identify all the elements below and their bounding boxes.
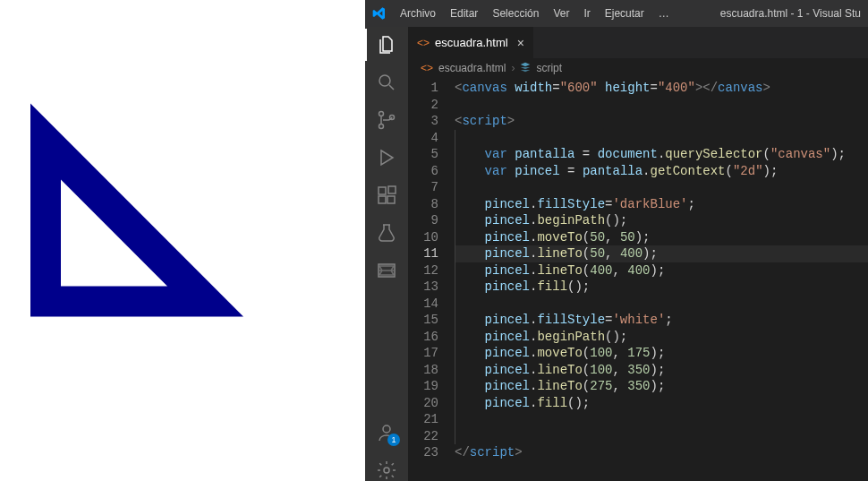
- menu-ver[interactable]: Ver: [547, 4, 575, 23]
- titlebar: Archivo Editar Selección Ver Ir Ejecutar…: [365, 0, 868, 27]
- menu-seleccion[interactable]: Selección: [486, 4, 545, 23]
- svg-rect-5: [379, 196, 386, 203]
- tab-bar: <> escuadra.html ×: [408, 27, 868, 58]
- svg-point-8: [383, 425, 390, 433]
- line-numbers: 1234567891011121314151617181920212223: [408, 78, 455, 481]
- tab-escuadra[interactable]: <> escuadra.html ×: [408, 27, 534, 58]
- remote-icon[interactable]: [376, 260, 397, 281]
- menu-ejecutar[interactable]: Ejecutar: [599, 4, 651, 23]
- menu-archivo[interactable]: Archivo: [394, 4, 442, 23]
- menu-ir[interactable]: Ir: [577, 4, 596, 23]
- svg-point-0: [379, 75, 390, 86]
- activity-bar: 1: [365, 27, 408, 481]
- svg-point-1: [379, 112, 384, 116]
- code-editor[interactable]: 1234567891011121314151617181920212223 <c…: [408, 78, 868, 481]
- breadcrumb-file[interactable]: escuadra.html: [438, 62, 506, 74]
- vscode-window: Archivo Editar Selección Ver Ir Ejecutar…: [365, 0, 868, 481]
- accounts-badge: 1: [387, 434, 400, 446]
- svg-rect-4: [379, 187, 386, 194]
- menu-editar[interactable]: Editar: [444, 4, 484, 23]
- main-area: 1 <> escuadra.html × <> escuadra.html ›: [365, 27, 868, 481]
- vscode-logo-icon: [372, 6, 387, 21]
- close-tab-icon[interactable]: ×: [517, 36, 524, 50]
- symbol-icon: [520, 62, 531, 75]
- html-file-icon: <>: [421, 62, 433, 74]
- tab-label: escuadra.html: [435, 36, 508, 49]
- run-debug-icon[interactable]: [376, 147, 397, 168]
- svg-rect-6: [387, 196, 395, 203]
- svg-point-2: [379, 125, 384, 129]
- settings-gear-icon[interactable]: [376, 460, 397, 481]
- extensions-icon[interactable]: [376, 185, 397, 206]
- breadcrumbs[interactable]: <> escuadra.html › script: [408, 58, 868, 78]
- editor-area: <> escuadra.html × <> escuadra.html › sc…: [408, 27, 868, 481]
- code-content[interactable]: <canvas width="600" height="400"></canva…: [455, 78, 868, 481]
- accounts-icon[interactable]: 1: [376, 422, 397, 443]
- menu-overflow[interactable]: …: [652, 4, 676, 23]
- breadcrumb-symbol[interactable]: script: [536, 62, 562, 74]
- output-canvas: [0, 0, 365, 481]
- testing-icon[interactable]: [376, 222, 397, 244]
- files-icon[interactable]: [376, 34, 397, 56]
- svg-rect-7: [388, 186, 396, 193]
- render-output: [0, 0, 365, 481]
- window-title: escuadra.html - 1 - Visual Stu: [720, 7, 861, 20]
- chevron-right-icon: ›: [511, 62, 515, 74]
- svg-point-9: [384, 468, 389, 473]
- search-icon[interactable]: [376, 72, 397, 93]
- html-file-icon: <>: [417, 37, 430, 49]
- source-control-icon[interactable]: [376, 109, 397, 131]
